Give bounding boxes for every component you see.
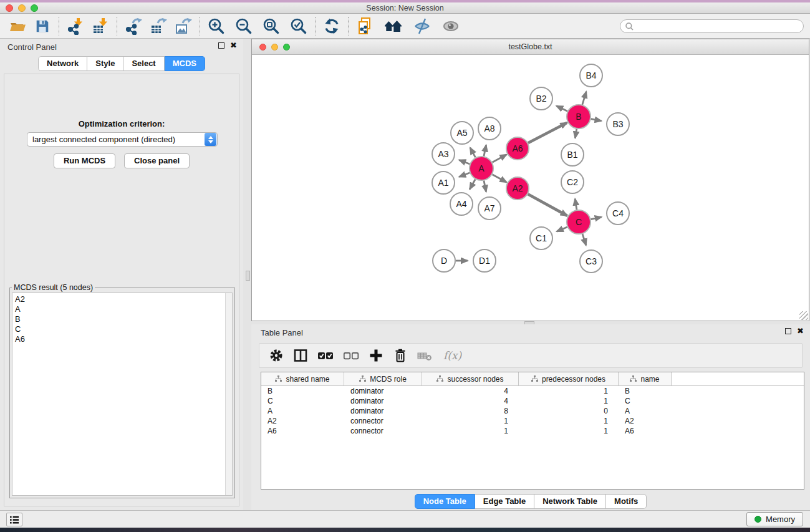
edge-C-C4[interactable] (591, 217, 602, 220)
table-row[interactable]: Cdominator41C (261, 396, 804, 406)
delete-columns-button[interactable] (392, 346, 408, 365)
edge-C-C3[interactable] (582, 234, 586, 245)
graph-node-C[interactable]: C (567, 210, 591, 234)
graph-node-A4[interactable]: A4 (450, 193, 473, 215)
column-visibility-button[interactable] (292, 346, 309, 365)
edge-A-A7[interactable] (484, 181, 486, 192)
apply-layout-button[interactable] (322, 16, 342, 36)
zoom-selected-button[interactable] (289, 16, 309, 36)
edge-B-B2[interactable] (556, 106, 567, 112)
tab-network[interactable]: Network (38, 56, 87, 71)
column-header-shared_name[interactable]: shared name (261, 372, 344, 385)
mcds-result-item[interactable]: A2 (15, 294, 232, 304)
memory-button[interactable]: Memory (746, 512, 803, 526)
import-network-button[interactable] (65, 16, 85, 36)
graph-node-B4[interactable]: B4 (580, 64, 602, 87)
graph-node-B2[interactable]: B2 (530, 87, 552, 110)
edge-B-B3[interactable] (591, 119, 602, 121)
edge-A6-B[interactable] (528, 123, 567, 143)
table-row[interactable]: A6connector11A6 (261, 426, 804, 436)
network-home-button[interactable] (383, 16, 403, 36)
deselect-all-rows-button[interactable] (342, 346, 360, 365)
graph-node-B[interactable]: B (567, 105, 591, 128)
table-header-row[interactable]: shared nameMCDS rolesuccessor nodesprede… (261, 372, 804, 386)
edge-B-B4[interactable] (582, 92, 586, 105)
edge-A-A8[interactable] (484, 145, 486, 156)
table-row[interactable]: Adominator80A (261, 406, 804, 416)
edge-A-A3[interactable] (459, 160, 470, 164)
edge-C-C1[interactable] (557, 227, 567, 231)
edge-A-A1[interactable] (459, 173, 470, 177)
graph-node-B1[interactable]: B1 (561, 143, 584, 166)
run-mcds-button[interactable]: Run MCDS (54, 153, 115, 168)
edge-A-A2[interactable] (493, 175, 507, 183)
float-panel-icon[interactable] (218, 42, 224, 49)
mcds-result-item[interactable]: B (15, 314, 232, 324)
graph-node-A6[interactable]: A6 (506, 137, 529, 160)
close-panel-button[interactable]: Close panel (124, 153, 190, 168)
edge-A-A4[interactable] (470, 179, 475, 189)
zoom-fit-button[interactable] (261, 16, 281, 36)
graph-node-C3[interactable]: C3 (580, 250, 602, 273)
graph-node-D1[interactable]: D1 (473, 249, 496, 272)
column-header-mcds_role[interactable]: MCDS role (344, 372, 422, 385)
graph-node-A[interactable]: A (470, 157, 493, 180)
graph-node-A1[interactable]: A1 (432, 172, 455, 194)
tab-edge-table[interactable]: Edge Table (475, 494, 534, 509)
export-image-button[interactable] (173, 16, 193, 36)
network-canvas[interactable]: ABCA6A2A1A3A4A5A7A8B1B2B3B4C1C2C3C4DD1 (252, 56, 809, 321)
column-header-successor_nodes[interactable]: successor nodes (422, 372, 519, 385)
delete-table-button[interactable] (417, 346, 434, 365)
graph-node-A8[interactable]: A8 (478, 117, 501, 140)
tab-style[interactable]: Style (87, 56, 123, 71)
hide-details-button[interactable] (412, 16, 432, 36)
table-row[interactable]: Bdominator41B (261, 386, 804, 396)
select-all-rows-button[interactable] (317, 346, 334, 365)
zoom-out-button[interactable] (234, 16, 254, 36)
tab-node-table[interactable]: Node Table (415, 494, 475, 509)
create-column-button[interactable] (368, 346, 384, 365)
tab-network-table[interactable]: Network Table (534, 494, 606, 509)
close-table-panel-icon[interactable]: ✖ (797, 328, 804, 334)
vertical-divider-grip[interactable] (246, 271, 250, 281)
window-resize-grip[interactable] (799, 311, 808, 320)
tab-select[interactable]: Select (123, 56, 164, 71)
graph-node-C2[interactable]: C2 (561, 171, 584, 193)
graph-node-D[interactable]: D (433, 249, 455, 272)
function-builder-button[interactable]: f(x) (442, 346, 461, 365)
mcds-result-item[interactable]: A (15, 304, 232, 314)
search-input[interactable] (634, 21, 803, 32)
criterion-select[interactable]: largest connected component (directed) (27, 132, 218, 147)
zoom-in-button[interactable] (206, 16, 226, 36)
tab-motifs[interactable]: Motifs (606, 494, 647, 509)
edge-B-B1[interactable] (575, 129, 576, 138)
close-panel-icon[interactable]: ✖ (230, 42, 237, 49)
table-row[interactable]: A2connector11A2 (261, 416, 804, 426)
mcds-result-item[interactable]: A6 (15, 334, 232, 344)
node-table[interactable]: shared nameMCDS rolesuccessor nodesprede… (261, 372, 804, 490)
export-network-button[interactable] (123, 16, 143, 36)
open-session-button[interactable] (7, 16, 27, 36)
graph-node-B3[interactable]: B3 (607, 113, 629, 135)
edge-C-C2[interactable] (575, 199, 577, 210)
show-panels-button[interactable] (6, 513, 22, 526)
graph-node-C1[interactable]: C1 (530, 227, 552, 249)
toolbar-search[interactable] (620, 19, 804, 33)
import-table-button[interactable] (90, 16, 110, 36)
graph-node-A3[interactable]: A3 (432, 143, 455, 165)
tab-mcds[interactable]: MCDS (165, 56, 205, 71)
mcds-result-item[interactable]: C (15, 324, 232, 334)
table-mode-button[interactable] (268, 346, 284, 365)
graph-node-A2[interactable]: A2 (506, 177, 529, 200)
column-header-name[interactable]: name (619, 372, 672, 385)
save-session-button[interactable] (32, 16, 52, 36)
graph-node-A5[interactable]: A5 (451, 122, 473, 144)
graph-node-A7[interactable]: A7 (478, 197, 501, 220)
mcds-result-list[interactable]: A2ABCA6 (12, 293, 233, 496)
float-table-panel-icon[interactable] (785, 328, 791, 334)
show-details-button[interactable] (441, 16, 461, 36)
edge-A-A5[interactable] (470, 148, 476, 158)
list-scrollbar[interactable] (225, 293, 232, 495)
edge-A-A6[interactable] (493, 155, 507, 163)
network-graph[interactable]: ABCA6A2A1A3A4A5A7A8B1B2B3B4C1C2C3C4DD1 (252, 56, 809, 321)
